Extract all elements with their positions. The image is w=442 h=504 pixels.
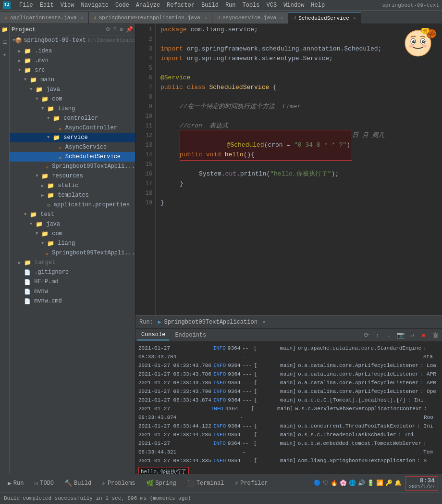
svg-text:钱: 钱 bbox=[423, 29, 427, 33]
menu-build[interactable]: Build bbox=[198, 1, 221, 9]
scroll-up-icon[interactable]: ↑ bbox=[373, 330, 382, 340]
tab-label: AsyncService.java bbox=[222, 15, 276, 21]
bookmark-icon[interactable]: ★ bbox=[1, 51, 9, 59]
menu-refactor[interactable]: Refactor bbox=[164, 1, 197, 9]
clock-date: 2021/1/27 bbox=[409, 484, 435, 490]
sync-icon[interactable]: ⟳ bbox=[106, 26, 110, 33]
tree-test-class[interactable]: ▶ ☕ Springboot09TextAppli... bbox=[10, 248, 135, 258]
tree-java[interactable]: ▼ 📁 java bbox=[10, 85, 135, 94]
close-icon[interactable]: 🗑 bbox=[430, 330, 440, 340]
structure-icon[interactable]: ☰ bbox=[1, 39, 9, 47]
tab-close-icon[interactable]: ✕ bbox=[81, 15, 84, 21]
project-header: Project ⟳ ≡ ⚙ 📌 bbox=[10, 24, 135, 36]
tree-asynccontroller[interactable]: ▶ ☕ AsyncController bbox=[10, 123, 135, 133]
console-tab[interactable]: Console bbox=[137, 330, 169, 340]
stop-icon[interactable]: ■ bbox=[419, 330, 429, 340]
tree-helpmd[interactable]: ▶ 📄 HELP.md bbox=[10, 277, 135, 287]
tray-icon-4[interactable]: 🌸 bbox=[340, 479, 347, 487]
spring-icon: 🌿 bbox=[146, 479, 154, 487]
tree-com[interactable]: ▼ 📁 com bbox=[10, 94, 135, 104]
tab-springboot09[interactable]: J Springboot09TextApplication.java ✕ bbox=[89, 12, 212, 24]
console-output[interactable]: 2021-01-27 08:33:43.784 INFO 9364 --- [ … bbox=[135, 342, 442, 474]
java-icon: J bbox=[94, 15, 97, 21]
tab-close-icon[interactable]: ✕ bbox=[204, 15, 207, 21]
tree-mvnw-cmd[interactable]: ▶ 📄 mvnw.cmd bbox=[10, 296, 135, 306]
todo-button[interactable]: ☑ TODO bbox=[30, 478, 58, 489]
endpoints-tab[interactable]: Endpoints bbox=[171, 330, 210, 340]
menu-tools[interactable]: Tools bbox=[240, 1, 263, 9]
tree-static[interactable]: ▶ 📁 static bbox=[10, 181, 135, 190]
tab-applicationtests[interactable]: J ApplicationTests.java ✕ bbox=[0, 12, 89, 24]
tray-icon-3[interactable]: 🔥 bbox=[331, 479, 338, 487]
terminal-button[interactable]: ⬛ Terminal bbox=[183, 478, 228, 489]
tab-close-icon[interactable]: ✕ bbox=[353, 15, 356, 21]
code-line-7: public class ScheduledService { bbox=[160, 83, 437, 92]
tray-icon-9[interactable]: 🔑 bbox=[385, 479, 393, 487]
tray-icon-2[interactable]: 🛡 bbox=[323, 479, 329, 487]
tree-templates[interactable]: ▶ 📁 templates bbox=[10, 190, 135, 200]
tree-mvn[interactable]: ▶ 📁 .mvn bbox=[10, 56, 135, 65]
tree-target[interactable]: ▶ 📁 target bbox=[10, 258, 135, 267]
tree-application-properties[interactable]: ▶ ⚙ application.properties bbox=[10, 200, 135, 210]
tree-test[interactable]: ▼ 📁 test bbox=[10, 210, 135, 219]
log-line: 2021-01-27 08:33:44.122 INFO 9364 --- [ … bbox=[138, 422, 439, 430]
hello-message: hello,你被执行了 bbox=[138, 467, 189, 474]
tab-scheduledservice[interactable]: J ScheduledService ✕ bbox=[288, 12, 361, 24]
tree-service[interactable]: ▼ 📁 service bbox=[10, 133, 135, 142]
run-tab-close[interactable]: ✕ bbox=[262, 319, 266, 325]
tree-mvnw[interactable]: ▶ 📄 mvnw bbox=[10, 287, 135, 296]
menu-view[interactable]: View bbox=[58, 1, 77, 9]
tree-test-liang[interactable]: ▼ 📁 liang bbox=[10, 239, 135, 248]
wrap-icon[interactable]: ↵ bbox=[407, 330, 417, 340]
project-root[interactable]: ▼ 📦 springboot-09-text D:\IdeaWorkSpace2… bbox=[10, 36, 135, 45]
build-button[interactable]: 🔨 Build bbox=[61, 478, 95, 489]
tree-scheduledservice[interactable]: ▶ ☕ ScheduledService bbox=[10, 152, 135, 162]
tray-icon-7[interactable]: 🔋 bbox=[367, 479, 374, 487]
pin-icon[interactable]: 📌 bbox=[126, 26, 133, 33]
notify-icon[interactable]: 🔔 bbox=[394, 479, 402, 487]
menu-navigate[interactable]: Navigate bbox=[78, 1, 111, 9]
menu-help[interactable]: Help bbox=[308, 1, 328, 9]
rerun-icon[interactable]: ⟳ bbox=[361, 330, 371, 340]
tab-asyncservice[interactable]: J AsyncService.java ✕ bbox=[212, 12, 288, 24]
tree-gitignore[interactable]: ▶ 📄 .gitignore bbox=[10, 267, 135, 277]
run-button[interactable]: ▶ Run bbox=[4, 478, 27, 489]
tree-asyncservice[interactable]: ▶ ☕ AsyncService bbox=[10, 142, 135, 152]
profiler-button[interactable]: ⚡ Profiler bbox=[231, 478, 271, 489]
menu-window[interactable]: Window bbox=[281, 1, 307, 9]
bottom-toolbar: ▶ Run ☑ TODO 🔨 Build ⚠ Problems 🌿 Spring… bbox=[0, 474, 442, 492]
tree-springboot-main[interactable]: ▶ ☕ Springboot09TextAppli... bbox=[10, 162, 135, 171]
problems-button[interactable]: ⚠ Problems bbox=[98, 478, 139, 489]
gear-icon[interactable]: ⚙ bbox=[120, 26, 123, 33]
tree-test-com[interactable]: ▼ 📁 com bbox=[10, 229, 135, 239]
tree-idea[interactable]: ▶ 📁 .idea bbox=[10, 46, 135, 56]
java-icon: J bbox=[5, 15, 8, 21]
scroll-down-icon[interactable]: ↓ bbox=[384, 330, 394, 340]
spring-button[interactable]: 🌿 Spring bbox=[142, 478, 180, 489]
tree-liang[interactable]: ▼ 📁 liang bbox=[10, 104, 135, 113]
tray-icon-1[interactable]: 🔵 bbox=[314, 479, 321, 487]
tray-icon-8[interactable]: 📶 bbox=[376, 479, 383, 487]
menu-run[interactable]: Run bbox=[222, 1, 239, 9]
menu-analyze[interactable]: Analyze bbox=[133, 1, 163, 9]
menu-file[interactable]: File bbox=[16, 1, 36, 9]
tree-resources[interactable]: ▼ 📁 resources bbox=[10, 171, 135, 181]
project-icon[interactable]: 📁 bbox=[1, 26, 9, 34]
tree-test-java[interactable]: ▼ 📁 java bbox=[10, 219, 135, 229]
menu-edit[interactable]: Edit bbox=[37, 1, 57, 9]
tab-close-icon[interactable]: ✕ bbox=[280, 15, 283, 21]
build-label: Build bbox=[74, 480, 91, 487]
tray-icon-5[interactable]: 🌐 bbox=[349, 479, 356, 487]
tree-controller[interactable]: ▼ 📁 controller bbox=[10, 113, 135, 123]
menu-code[interactable]: Code bbox=[112, 1, 132, 9]
tree-main[interactable]: ▼ 📁 main bbox=[10, 75, 135, 85]
tray-icon-6[interactable]: 🔊 bbox=[358, 479, 365, 487]
code-content[interactable]: package com.liang.service; import org.sp… bbox=[156, 24, 442, 315]
menu-vcs[interactable]: VCS bbox=[264, 1, 280, 9]
code-line-17: } bbox=[160, 179, 437, 189]
camera-icon[interactable]: 📷 bbox=[396, 330, 405, 340]
list-icon[interactable]: ≡ bbox=[113, 26, 117, 33]
tree-src[interactable]: ▼ 📁 src bbox=[10, 65, 135, 75]
java-icon: J bbox=[293, 15, 296, 21]
problems-icon: ⚠ bbox=[102, 479, 106, 487]
